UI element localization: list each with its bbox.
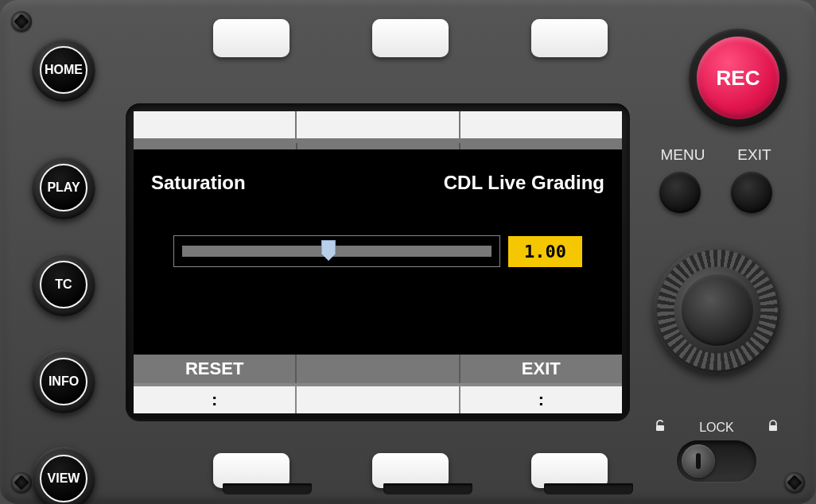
tc-button[interactable]: TC bbox=[32, 253, 95, 316]
slider-thumb[interactable] bbox=[321, 240, 336, 261]
screw-top-left bbox=[11, 11, 32, 32]
svg-rect-1 bbox=[769, 425, 777, 431]
info-button-label: INFO bbox=[40, 358, 87, 405]
svg-rect-0 bbox=[656, 425, 664, 431]
colon-left: : bbox=[212, 390, 217, 410]
play-button[interactable]: PLAY bbox=[32, 156, 95, 219]
slider-bar bbox=[182, 246, 492, 257]
screen-bottom-area: RESET EXIT : : bbox=[134, 355, 622, 413]
tick-divider bbox=[296, 143, 297, 149]
reset-label: RESET bbox=[185, 359, 243, 379]
exit-action-label: EXIT bbox=[522, 359, 561, 379]
home-button[interactable]: HOME bbox=[32, 38, 95, 102]
menu-label: MENU bbox=[660, 146, 705, 164]
screw-bottom-right bbox=[784, 472, 805, 493]
colon-right: : bbox=[538, 390, 544, 410]
bottom-cell-3[interactable]: : bbox=[460, 386, 622, 413]
lock-label: LOCK bbox=[699, 421, 734, 435]
softkey-top-2[interactable] bbox=[372, 19, 449, 57]
context-label: CDL Live Grading bbox=[444, 172, 604, 194]
screen-tab-2[interactable] bbox=[297, 111, 460, 138]
lock-area: LOCK bbox=[649, 420, 784, 482]
play-button-label: PLAY bbox=[40, 164, 87, 211]
screen-tab-3[interactable] bbox=[460, 111, 622, 138]
slider-area: 1.00 bbox=[173, 235, 582, 267]
slider-track[interactable] bbox=[173, 235, 500, 267]
parameter-label: Saturation bbox=[151, 172, 246, 194]
lock-slider-thumb[interactable] bbox=[682, 444, 715, 478]
screen-tab-1[interactable] bbox=[134, 111, 297, 138]
device-body: HOME PLAY TC INFO VIEW REC bbox=[0, 0, 816, 504]
exit-button[interactable] bbox=[731, 172, 772, 213]
lock-icon bbox=[767, 420, 779, 436]
home-button-label: HOME bbox=[40, 46, 87, 94]
bottom-cell-2[interactable] bbox=[297, 386, 460, 413]
menu-button[interactable] bbox=[659, 172, 701, 213]
bottom-cell-1[interactable]: : bbox=[134, 386, 297, 413]
action-middle bbox=[297, 355, 460, 383]
unlock-icon bbox=[654, 420, 666, 436]
cutout-3 bbox=[544, 483, 633, 494]
exit-action[interactable]: EXIT bbox=[460, 355, 622, 383]
screen-title-row: Saturation CDL Live Grading bbox=[134, 149, 622, 194]
reset-action[interactable]: RESET bbox=[134, 355, 297, 383]
view-button-label: VIEW bbox=[40, 455, 87, 502]
cutout-2 bbox=[383, 483, 472, 494]
softkey-top-1[interactable] bbox=[213, 19, 289, 57]
slider-value: 1.00 bbox=[508, 236, 582, 267]
tc-button-label: TC bbox=[40, 261, 87, 308]
jog-wheel[interactable] bbox=[654, 246, 781, 374]
screw-bottom-left bbox=[11, 472, 32, 493]
rec-button[interactable]: REC bbox=[689, 29, 787, 127]
screen-bezel: Saturation CDL Live Grading 1.00 RESET E… bbox=[126, 103, 630, 421]
cutout-1 bbox=[223, 483, 312, 494]
exit-label: EXIT bbox=[737, 146, 771, 164]
screen: Saturation CDL Live Grading 1.00 RESET E… bbox=[134, 111, 622, 413]
tick-divider bbox=[459, 143, 460, 149]
lock-slider[interactable] bbox=[677, 440, 756, 482]
softkey-top-3[interactable] bbox=[531, 19, 608, 57]
info-button[interactable]: INFO bbox=[32, 350, 95, 413]
screen-top-tabs bbox=[134, 111, 622, 143]
jog-wheel-center[interactable] bbox=[682, 274, 753, 346]
bottom-cutouts bbox=[223, 483, 633, 494]
view-button[interactable]: VIEW bbox=[32, 447, 95, 504]
top-softkey-row bbox=[213, 19, 608, 57]
rec-button-label: REC bbox=[697, 37, 779, 119]
right-panel: MENU EXIT bbox=[644, 146, 787, 213]
